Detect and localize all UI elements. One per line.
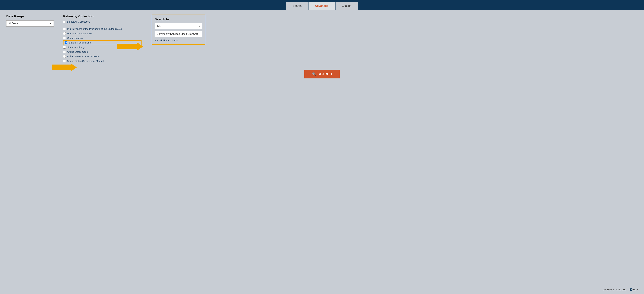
date-range-select[interactable]: All Dates Last Year Last 5 Years Last 10… [6, 21, 54, 27]
help-link[interactable]: Help [633, 288, 638, 291]
footer-separator: | [628, 288, 628, 291]
checkbox-us-courts-opinions[interactable] [63, 55, 66, 58]
search-in-box: Search In Title Full Text Document Numbe… [152, 15, 205, 45]
tab-bar: Search Advanced Citation [286, 0, 358, 10]
collection-section: Refine by Collection Select All Collecti… [63, 15, 142, 63]
label-us-code: United States Code [67, 51, 88, 53]
plus-icon: + [155, 39, 156, 42]
label-us-courts-opinions: United States Courts Opinions [67, 55, 99, 58]
checkbox-public-papers[interactable] [63, 28, 66, 30]
label-statutes-at-large: Statutes at Large [67, 46, 85, 49]
search-button-label: SEARCH [318, 72, 332, 76]
collection-item-public-private-laws[interactable]: Public and Private Laws [63, 31, 142, 36]
arrow-head-searchin [138, 43, 143, 50]
search-in-title: Search In [155, 18, 202, 21]
collection-item-public-papers[interactable]: Public Papers of the Presidents of the U… [63, 27, 142, 31]
arrow-body-collections [52, 65, 71, 70]
search-query-input[interactable] [155, 31, 202, 37]
label-us-govt-manual: United States Government Manual [67, 60, 104, 62]
search-button-icon: 🔍 [312, 72, 316, 76]
header: Search Advanced Citation [0, 0, 644, 10]
search-in-select-wrapper[interactable]: Title Full Text Document Number Bill Num… [155, 23, 202, 29]
arrow-annotation-searchin [117, 43, 143, 50]
collection-item-senate-manual[interactable]: Senate Manual [63, 36, 142, 40]
tab-citation[interactable]: Citation [336, 2, 358, 10]
content-row: Date Range All Dates Last Year Last 5 Ye… [6, 15, 638, 63]
collection-divider [63, 25, 142, 25]
search-button[interactable]: 🔍 SEARCH [304, 70, 340, 79]
search-in-section: Search In Title Full Text Document Numbe… [152, 15, 205, 45]
arrow-body-searchin [117, 44, 138, 49]
checkbox-us-code[interactable] [63, 51, 66, 53]
collection-item-us-govt-manual[interactable]: United States Government Manual [63, 59, 142, 63]
tab-advanced[interactable]: Advanced [308, 2, 335, 10]
label-public-papers: Public Papers of the Presidents of the U… [67, 28, 122, 30]
footer: Get Bookmarkable URL | ? Help [603, 288, 638, 291]
bookmark-url-link[interactable]: Get Bookmarkable URL [603, 288, 626, 291]
date-select-wrapper[interactable]: All Dates Last Year Last 5 Years Last 10… [6, 21, 54, 27]
label-statute-compilations: Statute Compilations [69, 41, 91, 44]
select-all-checkbox[interactable] [63, 21, 65, 23]
label-public-private-laws: Public and Private Laws [67, 32, 92, 35]
arrow-annotation-collections [52, 64, 77, 71]
label-senate-manual: Senate Manual [67, 37, 83, 39]
checkbox-statute-compilations[interactable] [65, 42, 67, 44]
arrow-head-collections [71, 64, 77, 71]
main-content: Date Range All Dates Last Year Last 5 Ye… [0, 10, 644, 294]
date-range-title: Date Range [6, 15, 54, 18]
search-button-row: 🔍 SEARCH [6, 70, 638, 79]
collection-item-us-courts-opinions[interactable]: United States Courts Opinions [63, 54, 142, 59]
checkbox-statutes-at-large[interactable] [63, 46, 66, 49]
date-range-section: Date Range All Dates Last Year Last 5 Ye… [6, 15, 54, 27]
collection-list-container: Select All Collections Public Papers of … [63, 21, 142, 63]
additional-criteria-button[interactable]: + + Additional Criteria [155, 39, 202, 42]
select-all-row[interactable]: Select All Collections [63, 21, 142, 23]
checkbox-senate-manual[interactable] [63, 37, 66, 39]
search-in-field-select[interactable]: Title Full Text Document Number Bill Num… [155, 23, 202, 29]
tab-search[interactable]: Search [286, 2, 308, 10]
help-icon: ? [630, 288, 632, 291]
additional-criteria-label: + Additional Criteria [157, 39, 178, 42]
collection-title: Refine by Collection [63, 15, 142, 18]
checkbox-us-govt-manual[interactable] [63, 60, 66, 62]
checkbox-public-private-laws[interactable] [63, 32, 66, 35]
select-all-label[interactable]: Select All Collections [67, 21, 90, 23]
